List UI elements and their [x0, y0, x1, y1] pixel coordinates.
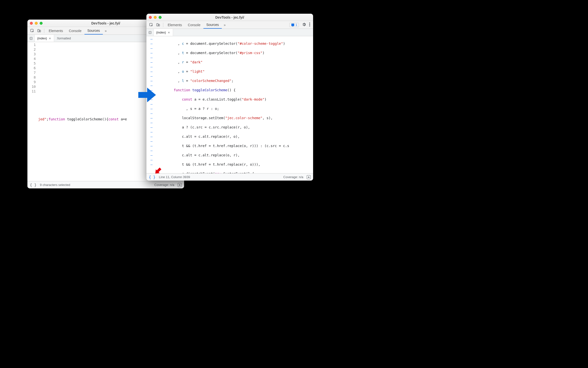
svg-marker-13 — [138, 88, 156, 102]
navigator-toggle-icon[interactable] — [146, 29, 154, 36]
blue-arrow-annotation — [138, 88, 156, 102]
tab-sources[interactable]: Sources — [203, 21, 222, 29]
close-tab-icon[interactable]: × — [48, 36, 51, 40]
more-tabs-icon[interactable]: » — [103, 29, 109, 33]
devtools-window-right: DevTools - jec.fyi/ Elements Console Sou… — [146, 14, 313, 181]
panel-tabs: Elements Console Sources — [165, 21, 222, 29]
expand-panel-icon[interactable] — [178, 183, 182, 187]
svg-rect-1 — [38, 29, 39, 32]
settings-icon[interactable] — [300, 22, 308, 27]
device-toolbar-icon[interactable] — [36, 27, 43, 34]
code-content[interactable]: , c = document.querySelector("#color-sch… — [157, 36, 313, 173]
svg-point-8 — [309, 23, 310, 23]
tab-elements[interactable]: Elements — [46, 27, 66, 34]
traffic-lights — [149, 16, 162, 19]
tab-console[interactable]: Console — [66, 27, 84, 34]
file-tab-label: (index) — [156, 31, 166, 34]
coverage-status: Coverage: n/a — [283, 175, 303, 179]
more-options-icon[interactable] — [308, 23, 312, 27]
traffic-lights — [30, 22, 43, 25]
expand-panel-icon[interactable] — [307, 175, 311, 179]
svg-rect-2 — [40, 30, 41, 32]
tab-console[interactable]: Console — [185, 21, 203, 29]
line-gutter: ––––– ––––– ––––– ––––– ––––– ––– — [146, 36, 157, 173]
titlebar[interactable]: DevTools - jec.fyi/ — [146, 14, 313, 21]
pretty-print-icon[interactable]: { } — [30, 183, 36, 187]
tab-elements[interactable]: Elements — [165, 21, 185, 29]
selection-status: 9 characters selected — [40, 183, 70, 187]
red-arrow-annotation — [153, 166, 163, 176]
coverage-status: Coverage: n/a — [154, 183, 174, 187]
file-tab-formatted[interactable]: :formatted — [54, 35, 73, 42]
svg-rect-7 — [159, 24, 160, 26]
more-tabs-icon[interactable]: » — [222, 23, 228, 27]
panel-tabs: Elements Console Sources — [46, 27, 103, 34]
window-title: DevTools - jec.fyi/ — [146, 15, 313, 19]
issues-count: 1 — [295, 23, 297, 27]
minimize-window-button[interactable] — [154, 16, 157, 19]
close-tab-icon[interactable]: × — [167, 31, 170, 34]
device-toolbar-icon[interactable] — [155, 21, 162, 29]
svg-marker-14 — [153, 167, 163, 176]
svg-point-9 — [309, 24, 310, 25]
zoom-window-button[interactable] — [40, 22, 43, 25]
status-bar: { } 9 characters selected Coverage: n/a — [27, 181, 184, 188]
file-tab-label: (index) — [37, 36, 47, 40]
separator — [163, 23, 163, 27]
file-tab-bar: (index) × — [146, 29, 313, 36]
svg-marker-12 — [150, 32, 150, 33]
minimize-window-button[interactable] — [35, 22, 38, 25]
line-gutter: 1 2 3 4 5 6 7 8 9 10 11 — [27, 42, 38, 181]
main-toolbar: Elements Console Sources » 1 — [146, 21, 313, 29]
tab-sources[interactable]: Sources — [84, 27, 103, 34]
separator — [44, 29, 44, 33]
svg-point-10 — [309, 25, 310, 26]
file-tab-index[interactable]: (index) × — [154, 29, 173, 36]
close-window-button[interactable] — [30, 22, 33, 25]
close-window-button[interactable] — [149, 16, 152, 19]
file-tab-index[interactable]: (index) × — [35, 35, 54, 42]
zoom-window-button[interactable] — [159, 16, 162, 19]
cursor-position: Line 11, Column 3939 — [159, 175, 190, 179]
inspect-element-icon[interactable] — [148, 21, 155, 29]
svg-marker-4 — [31, 38, 31, 39]
status-bar: { } Line 11, Column 3939 Coverage: n/a — [146, 173, 313, 181]
svg-rect-6 — [157, 23, 158, 26]
issues-badge[interactable]: 1 — [289, 23, 299, 27]
issues-icon — [291, 23, 294, 27]
inspect-element-icon[interactable] — [29, 27, 36, 34]
navigator-toggle-icon[interactable] — [27, 35, 35, 42]
code-editor[interactable]: ––––– ––––– ––––– ––––– ––––– ––– , c = … — [146, 36, 313, 173]
